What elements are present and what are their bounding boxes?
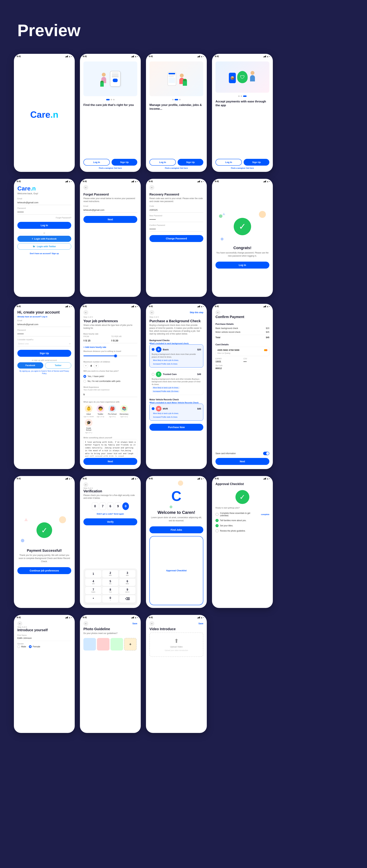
increment-button[interactable]: + <box>94 363 99 368</box>
back-button[interactable]: ← <box>83 482 88 487</box>
mvr-radio[interactable] <box>152 407 154 410</box>
numpad-star[interactable]: * <box>85 595 102 603</box>
age-infant[interactable]: 👶 Infant Age 0-1 Month <box>83 405 94 417</box>
email-field[interactable] <box>18 200 71 205</box>
code-digit-2[interactable]: 7 <box>100 502 106 510</box>
numpad-2[interactable]: 2ABC <box>102 570 118 578</box>
back-button[interactable]: ← <box>83 185 88 190</box>
back-button[interactable]: ← <box>149 621 154 626</box>
age-elementary[interactable]: 📚 Elementary Age 5-12 y <box>119 405 129 417</box>
mvr-what-link[interactable]: What's included in each Motor Vehicle Re… <box>149 402 203 404</box>
male-radio[interactable] <box>18 645 20 648</box>
send-again-link[interactable]: Send again <box>114 513 124 515</box>
new-password-field[interactable] <box>149 217 203 222</box>
approval-checklist-button[interactable]: Approval Checklist <box>149 536 203 605</box>
role-select[interactable]: Select one <box>18 341 71 346</box>
twitter-signup-button[interactable]: Twitter <box>45 362 71 369</box>
continue-preferences-button[interactable]: Continue job preferences <box>18 567 71 574</box>
code-field[interactable] <box>149 208 203 213</box>
login-button[interactable]: Log In <box>216 159 242 166</box>
password-field[interactable] <box>18 210 71 215</box>
register-password-field[interactable] <box>18 332 71 336</box>
verify-button[interactable]: Verify <box>83 518 137 525</box>
purchase-now-button[interactable]: Purchase Now <box>149 424 203 431</box>
signup-button[interactable]: Sign Up <box>177 159 203 166</box>
next-button[interactable]: Next <box>83 458 137 465</box>
back-button[interactable]: ← <box>83 310 88 315</box>
back-button[interactable]: ← <box>149 185 154 190</box>
signup-button[interactable]: Sign Up <box>18 350 71 357</box>
save-card-toggle[interactable] <box>263 452 269 455</box>
numpad-7[interactable]: 7PQRS <box>85 587 102 594</box>
basic-check-item[interactable]: B Basic $20 Buying a background check do… <box>149 344 203 368</box>
basic-radio[interactable] <box>152 348 154 351</box>
checklist-link[interactable]: complete <box>261 513 269 516</box>
login-button[interactable]: Log In <box>149 159 176 166</box>
login-button[interactable]: Log In <box>83 159 110 166</box>
code-digit-5[interactable]: 0 <box>122 502 129 510</box>
facebook-login-button[interactable]: f Login with Facebook <box>18 236 71 242</box>
change-password-button[interactable]: Change Password <box>149 235 203 242</box>
register-email-field[interactable] <box>18 322 71 327</box>
mvr-check-item[interactable]: M MVR $45 More likely to land a job 4x t… <box>149 404 203 421</box>
code-digit-1[interactable]: 0 <box>92 502 98 510</box>
confirm-password-field[interactable] <box>149 227 203 231</box>
signup-button[interactable]: Sign Up <box>112 159 137 166</box>
get-here-link[interactable]: Get here <box>246 167 254 169</box>
what-included-link[interactable]: What's included in each background check… <box>149 342 203 344</box>
about-textarea[interactable]: I love working with kids. I've always be… <box>83 439 137 457</box>
trusted-radio[interactable] <box>152 373 154 376</box>
back-button[interactable]: ← <box>18 621 22 626</box>
add-rate-link[interactable]: + Add more hourly rate <box>83 346 137 348</box>
email-field[interactable] <box>83 208 137 213</box>
back-button[interactable]: ← <box>149 310 154 315</box>
facebook-signup-button[interactable]: Facebook <box>18 362 43 369</box>
get-here-link[interactable]: Get here <box>180 167 188 169</box>
next-button[interactable]: Next <box>83 216 137 223</box>
decrement-button[interactable]: − <box>83 363 88 368</box>
male-option[interactable]: Male <box>18 645 26 648</box>
female-radio[interactable] <box>29 645 32 648</box>
save-link[interactable]: Save <box>133 622 137 625</box>
signup-link[interactable]: Sign up <box>52 252 59 254</box>
login-button[interactable]: Log In <box>18 222 71 229</box>
code-digit-4[interactable]: 9 <box>115 502 121 510</box>
numpad-1[interactable]: 1 <box>85 570 102 578</box>
back-button[interactable]: ← <box>83 621 88 626</box>
trusted-check-item[interactable]: T Trusted Care $49 Buying a background c… <box>149 369 203 395</box>
signup-button[interactable]: Sign Up <box>244 159 269 166</box>
photo-thumb-1[interactable] <box>83 638 96 650</box>
login-link[interactable]: Log in <box>41 316 47 318</box>
login-button[interactable]: Log In <box>216 261 269 269</box>
get-here-link[interactable]: Get here <box>114 167 122 169</box>
age-toddler[interactable]: 🧒 Toddler Age 1.5-3y <box>95 405 106 417</box>
photo-thumb-2[interactable] <box>97 638 110 650</box>
photo-add-button[interactable]: + <box>124 638 137 650</box>
numpad-6[interactable]: 6MNO <box>119 579 136 586</box>
yes-pets-radio[interactable] <box>83 375 86 378</box>
age-gradeschool[interactable]: 🎓 Grade School Age 12+ y <box>83 419 94 433</box>
numpad-8[interactable]: 8TUV <box>102 587 118 594</box>
no-pets-radio[interactable] <box>83 380 86 383</box>
twitter-login-button[interactable]: 🐦 Login with Twitter <box>18 243 71 250</box>
code-digit-3[interactable]: 6 <box>107 502 114 510</box>
next-button[interactable]: Next <box>216 458 269 465</box>
video-upload-area[interactable]: ⬆ Upload Video Upload your video introdu… <box>149 632 203 657</box>
numpad-delete[interactable]: ⌫ <box>119 595 136 603</box>
step-desc: Share a few details about the type face … <box>83 324 137 330</box>
photo-thumb-3[interactable] <box>111 638 123 650</box>
age-preschool[interactable]: 🎒 Pre-School Age 3-5 y <box>107 405 117 417</box>
save-link[interactable]: Save <box>198 622 203 625</box>
back-button[interactable]: ← <box>216 310 220 315</box>
row-5: 9:41 ▲ ▪ ← Step 3 of 4 Introduce yoursel… <box>14 615 353 733</box>
find-jobs-button[interactable]: Find Jobs <box>149 526 203 533</box>
skip-link[interactable]: Skip this step <box>190 311 203 314</box>
numpad-4[interactable]: 4GHI <box>85 579 102 586</box>
numpad-5[interactable]: 5JKL <box>102 579 118 586</box>
female-option[interactable]: Female <box>29 645 40 648</box>
numpad-9[interactable]: 9WXYZ <box>119 587 136 594</box>
fp-title: Forget Password <box>83 193 137 196</box>
forgot-link[interactable]: Forget Password? <box>18 217 71 219</box>
numpad-0[interactable]: 0+ <box>102 595 118 603</box>
numpad-3[interactable]: 3DEF <box>119 570 136 578</box>
